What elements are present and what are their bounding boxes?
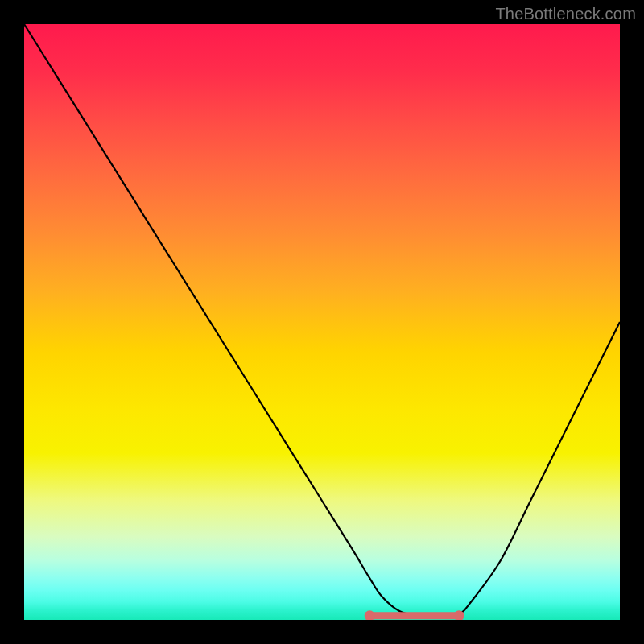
watermark-text: TheBottleneck.com — [495, 5, 636, 23]
highlight-markers — [365, 610, 464, 620]
chart-frame: TheBottleneck.com — [0, 0, 644, 644]
curve-line — [24, 24, 620, 617]
svg-point-1 — [365, 610, 375, 620]
bottleneck-curve — [24, 24, 620, 620]
plot-area — [24, 24, 620, 620]
